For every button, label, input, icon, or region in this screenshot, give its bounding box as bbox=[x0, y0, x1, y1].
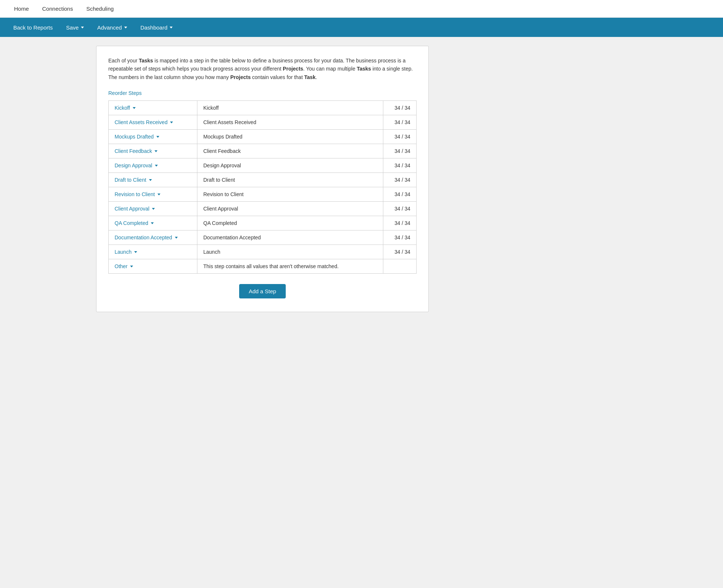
step-cell: Draft to Client bbox=[109, 173, 197, 187]
step-label: Design Approval bbox=[115, 163, 152, 168]
step-cell: Other bbox=[109, 259, 197, 274]
step-link[interactable]: Kickoff bbox=[115, 105, 191, 111]
table-row: QA CompletedQA Completed34 / 34 bbox=[109, 216, 417, 230]
dashboard-caret-icon bbox=[170, 27, 173, 28]
step-cell: Kickoff bbox=[109, 101, 197, 115]
count-cell: 34 / 34 bbox=[383, 101, 417, 115]
advanced-caret-icon bbox=[124, 27, 127, 28]
table-row: Client Assets ReceivedClient Assets Rece… bbox=[109, 115, 417, 130]
step-caret-icon bbox=[134, 251, 137, 253]
description-text: Each of your Tasks is mapped into a step… bbox=[108, 57, 417, 81]
step-caret-icon bbox=[133, 107, 136, 109]
step-cell: Documentation Accepted bbox=[109, 230, 197, 245]
step-label: Kickoff bbox=[115, 105, 130, 111]
step-link[interactable]: Client Approval bbox=[115, 206, 191, 212]
count-cell: 34 / 34 bbox=[383, 202, 417, 216]
save-caret-icon bbox=[81, 27, 84, 28]
table-row: Client ApprovalClient Approval34 / 34 bbox=[109, 202, 417, 216]
nav-connections[interactable]: Connections bbox=[35, 0, 79, 17]
step-caret-icon bbox=[170, 122, 173, 123]
step-link[interactable]: Design Approval bbox=[115, 163, 191, 168]
count-cell: 34 / 34 bbox=[383, 144, 417, 158]
step-cell: Launch bbox=[109, 245, 197, 259]
step-link[interactable]: Client Assets Received bbox=[115, 119, 191, 125]
count-cell: 34 / 34 bbox=[383, 216, 417, 230]
save-label: Save bbox=[66, 24, 79, 31]
step-cell: Revision to Client bbox=[109, 187, 197, 202]
main-content: Each of your Tasks is mapped into a step… bbox=[0, 37, 723, 588]
count-cell: 34 / 34 bbox=[383, 158, 417, 173]
dashboard-button[interactable]: Dashboard bbox=[135, 21, 179, 34]
step-link[interactable]: Other bbox=[115, 263, 191, 269]
table-row: Revision to ClientRevision to Client34 /… bbox=[109, 187, 417, 202]
step-label: Client Assets Received bbox=[115, 119, 167, 125]
step-label: Draft to Client bbox=[115, 177, 146, 183]
count-cell: 34 / 34 bbox=[383, 187, 417, 202]
add-step-wrap: Add a Step bbox=[108, 284, 417, 298]
step-link[interactable]: Revision to Client bbox=[115, 191, 191, 197]
step-label: Launch bbox=[115, 249, 132, 255]
step-cell: Design Approval bbox=[109, 158, 197, 173]
step-caret-icon bbox=[149, 179, 152, 181]
step-cell: QA Completed bbox=[109, 216, 197, 230]
steps-table: KickoffKickoff34 / 34Client Assets Recei… bbox=[108, 100, 417, 274]
step-caret-icon bbox=[157, 194, 160, 195]
count-cell: 34 / 34 bbox=[383, 115, 417, 130]
table-row: Design ApprovalDesign Approval34 / 34 bbox=[109, 158, 417, 173]
step-link[interactable]: QA Completed bbox=[115, 220, 191, 226]
table-row: KickoffKickoff34 / 34 bbox=[109, 101, 417, 115]
step-label: Client Feedback bbox=[115, 148, 152, 154]
task-cell: Client Feedback bbox=[197, 144, 383, 158]
task-cell: Design Approval bbox=[197, 158, 383, 173]
step-label: Other bbox=[115, 263, 128, 269]
advanced-label: Advanced bbox=[97, 24, 122, 31]
task-cell: Kickoff bbox=[197, 101, 383, 115]
task-cell: Mockups Drafted bbox=[197, 130, 383, 144]
table-row: OtherThis step contains all values that … bbox=[109, 259, 417, 274]
step-caret-icon bbox=[151, 222, 154, 224]
step-caret-icon bbox=[175, 237, 178, 239]
action-bar: Back to Reports Save Advanced Dashboard bbox=[0, 18, 723, 37]
top-nav: Home Connections Scheduling bbox=[0, 0, 723, 18]
step-link[interactable]: Launch bbox=[115, 249, 191, 255]
content-card: Each of your Tasks is mapped into a step… bbox=[96, 46, 429, 312]
step-caret-icon bbox=[155, 150, 157, 152]
table-row: Documentation AcceptedDocumentation Acce… bbox=[109, 230, 417, 245]
task-cell: Launch bbox=[197, 245, 383, 259]
advanced-button[interactable]: Advanced bbox=[91, 21, 133, 34]
step-label: Client Approval bbox=[115, 206, 149, 212]
step-link[interactable]: Client Feedback bbox=[115, 148, 191, 154]
step-cell: Client Approval bbox=[109, 202, 197, 216]
task-cell: Client Approval bbox=[197, 202, 383, 216]
step-caret-icon bbox=[156, 136, 159, 138]
count-cell: 34 / 34 bbox=[383, 245, 417, 259]
count-cell: 34 / 34 bbox=[383, 173, 417, 187]
table-row: Client FeedbackClient Feedback34 / 34 bbox=[109, 144, 417, 158]
task-cell: Documentation Accepted bbox=[197, 230, 383, 245]
step-label: Documentation Accepted bbox=[115, 235, 172, 240]
count-cell: 34 / 34 bbox=[383, 130, 417, 144]
reorder-steps-link[interactable]: Reorder Steps bbox=[108, 90, 142, 96]
nav-home[interactable]: Home bbox=[7, 0, 35, 17]
nav-scheduling[interactable]: Scheduling bbox=[79, 0, 120, 17]
step-label: Mockups Drafted bbox=[115, 134, 154, 140]
task-cell: Draft to Client bbox=[197, 173, 383, 187]
step-link[interactable]: Documentation Accepted bbox=[115, 235, 191, 240]
save-button[interactable]: Save bbox=[60, 21, 90, 34]
task-cell: QA Completed bbox=[197, 216, 383, 230]
step-cell: Mockups Drafted bbox=[109, 130, 197, 144]
table-row: Draft to ClientDraft to Client34 / 34 bbox=[109, 173, 417, 187]
add-step-button[interactable]: Add a Step bbox=[239, 284, 286, 298]
step-caret-icon bbox=[130, 266, 133, 267]
step-link[interactable]: Draft to Client bbox=[115, 177, 191, 183]
step-link[interactable]: Mockups Drafted bbox=[115, 134, 191, 140]
task-cell: Client Assets Received bbox=[197, 115, 383, 130]
count-cell: 34 / 34 bbox=[383, 230, 417, 245]
back-to-reports-button[interactable]: Back to Reports bbox=[7, 21, 59, 34]
task-cell: This step contains all values that aren'… bbox=[197, 259, 383, 274]
step-label: QA Completed bbox=[115, 220, 148, 226]
step-label: Revision to Client bbox=[115, 191, 155, 197]
dashboard-label: Dashboard bbox=[140, 24, 167, 31]
table-row: LaunchLaunch34 / 34 bbox=[109, 245, 417, 259]
step-caret-icon bbox=[152, 208, 155, 210]
